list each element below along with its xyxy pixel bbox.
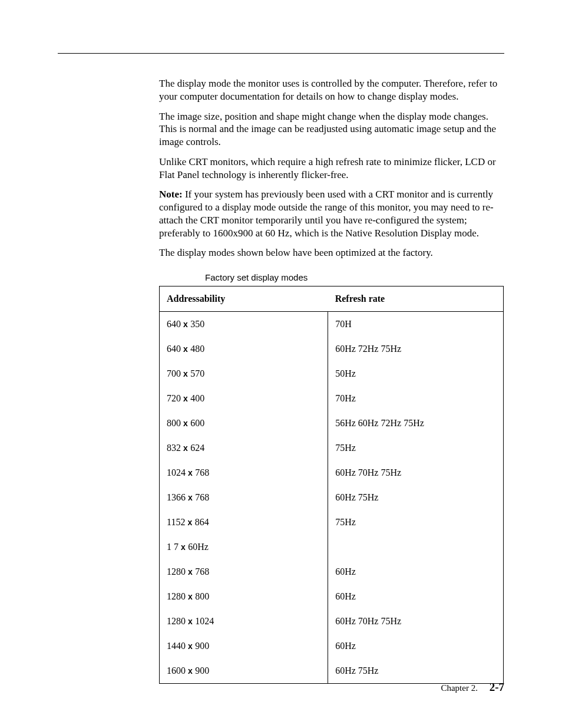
- cell-addressability: 1280 x 768: [160, 559, 328, 584]
- cell-refresh-rate: [328, 535, 504, 559]
- cell-addressability: 1600 x 900: [160, 658, 328, 684]
- cell-refresh-rate: 50Hz: [328, 361, 504, 386]
- cell-refresh-rate: 60Hz 75Hz: [328, 485, 504, 510]
- table-row: 1440 x 90060Hz: [160, 634, 504, 658]
- table-row: 1 7 x 60Hz: [160, 535, 504, 559]
- table-header-refresh: Refresh rate: [328, 286, 504, 312]
- cell-addressability: 1152 x 864: [160, 510, 328, 535]
- table-row: 1024 x 76860Hz 70Hz 75Hz: [160, 460, 504, 485]
- cell-refresh-rate: 60Hz 70Hz 75Hz: [328, 460, 504, 485]
- cell-addressability: 720 x 400: [160, 386, 328, 411]
- cell-addressability: 1 7 x 60Hz: [160, 535, 328, 559]
- cell-addressability: 1024 x 768: [160, 460, 328, 485]
- cell-addressability: 640 x 350: [160, 312, 328, 337]
- cell-addressability: 1280 x 1024: [160, 609, 328, 634]
- cell-refresh-rate: 60Hz: [328, 559, 504, 584]
- x-icon: x: [187, 518, 192, 527]
- table-row: 720 x 40070Hz: [160, 386, 504, 411]
- cell-refresh-rate: 60Hz 72Hz 75Hz: [328, 337, 504, 361]
- cell-refresh-rate: 60Hz: [328, 634, 504, 658]
- cell-addressability: 640 x 480: [160, 337, 328, 361]
- cell-refresh-rate: 75Hz: [328, 436, 504, 460]
- header-rule: [58, 53, 504, 54]
- paragraph-note: Note: If your system has previously been…: [159, 188, 504, 239]
- cell-addressability: 832 x 624: [160, 436, 328, 460]
- table-caption: Factory set display modes: [205, 272, 504, 282]
- note-text: If your system has previously been used …: [159, 189, 494, 238]
- footer-page-number: 2-7: [490, 681, 504, 693]
- table-row: 700 x 57050Hz: [160, 361, 504, 386]
- table-header-row: Addressability Refresh rate: [160, 286, 504, 312]
- paragraph-3: Unlike CRT monitors, which require a hig…: [159, 156, 504, 182]
- cell-refresh-rate: 70Hz: [328, 386, 504, 411]
- paragraph-5: The display modes shown below have been …: [159, 246, 504, 259]
- table-row: 640 x 35070H: [160, 312, 504, 337]
- cell-addressability: 1366 x 768: [160, 485, 328, 510]
- table-row: 1280 x 102460Hz 70Hz 75Hz: [160, 609, 504, 634]
- table-row: 1280 x 80060Hz: [160, 584, 504, 609]
- body-content: The display mode the monitor uses is con…: [159, 77, 504, 684]
- footer-chapter: Chapter 2.: [441, 683, 477, 693]
- cell-addressability: 1440 x 900: [160, 634, 328, 658]
- page: The display mode the monitor uses is con…: [0, 0, 562, 728]
- display-modes-table: Addressability Refresh rate 640 x 35070H…: [159, 286, 504, 684]
- cell-addressability: 700 x 570: [160, 361, 328, 386]
- table-row: 800 x 60056Hz 60Hz 72Hz 75Hz: [160, 411, 504, 436]
- note-label: Note:: [159, 189, 183, 200]
- cell-addressability: 800 x 600: [160, 411, 328, 436]
- table-row: 1366 x 76860Hz 75Hz: [160, 485, 504, 510]
- table-row: 1280 x 76860Hz: [160, 559, 504, 584]
- cell-refresh-rate: 60Hz 70Hz 75Hz: [328, 609, 504, 634]
- paragraph-2: The image size, position and shape might…: [159, 110, 504, 149]
- cell-addressability: 1280 x 800: [160, 584, 328, 609]
- table-header-addressability: Addressability: [160, 286, 328, 312]
- table-row: 832 x 62475Hz: [160, 436, 504, 460]
- table-row: 1152 x 86475Hz: [160, 510, 504, 535]
- cell-refresh-rate: 56Hz 60Hz 72Hz 75Hz: [328, 411, 504, 436]
- paragraph-1: The display mode the monitor uses is con…: [159, 77, 504, 103]
- cell-refresh-rate: 60Hz: [328, 584, 504, 609]
- footer: Chapter 2. 2-7: [441, 681, 504, 694]
- table-row: 1600 x 90060Hz 75Hz: [160, 658, 504, 684]
- cell-refresh-rate: 70H: [328, 312, 504, 337]
- table-row: 640 x 48060Hz 72Hz 75Hz: [160, 337, 504, 361]
- cell-refresh-rate: 75Hz: [328, 510, 504, 535]
- cell-refresh-rate: 60Hz 75Hz: [328, 658, 504, 684]
